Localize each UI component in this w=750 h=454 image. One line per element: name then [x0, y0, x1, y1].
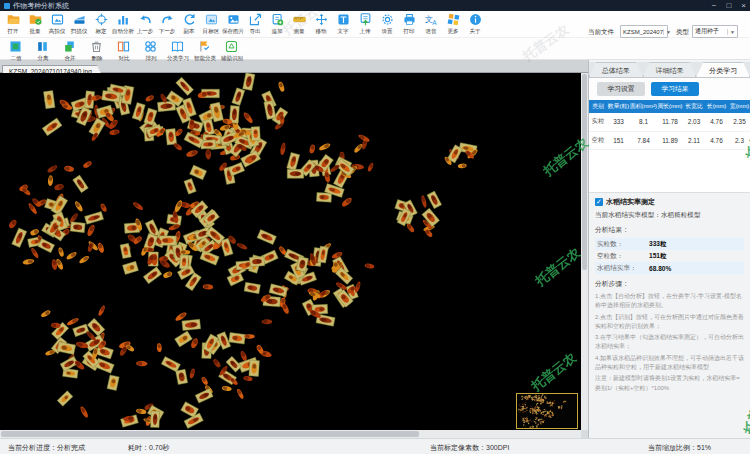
toolbar-button-label: 批量 [29, 27, 40, 35]
close-button[interactable]: × [741, 0, 746, 11]
toolbar-button-print[interactable]: 打印 [398, 11, 420, 37]
more-icon [447, 13, 460, 26]
result-row: 水稻结实率：68.80% [595, 262, 744, 274]
window-title: 作物考种分析系统 [13, 1, 69, 11]
doc-camera-icon [51, 13, 64, 26]
toolbar-button-more[interactable]: 更多 [442, 11, 464, 37]
analysis-image[interactable] [0, 73, 581, 430]
svg-text:A: A [432, 19, 437, 26]
chevron-down-icon: ▼ [663, 29, 671, 35]
toolbar-button-label: 合并 [64, 54, 75, 62]
toolbar-button-measure[interactable]: 测量 [288, 11, 310, 37]
settings-icon [381, 13, 394, 26]
chevron-down-icon: ▼ [727, 29, 735, 35]
toolbar-button-target-area[interactable]: 目标区 [200, 11, 222, 37]
move-icon [315, 13, 328, 26]
toolbar-button-classify-learn[interactable]: 分类学习 [164, 38, 191, 59]
steps-note: 注意：新建模型时请将类别1设置为实粒，水稻结实率=类别1/（实粒+空粒）*100… [595, 374, 744, 393]
voice-icon: 文A [425, 13, 438, 26]
toolbar-button-label: 上一步 [137, 27, 154, 35]
table-cell: 2.35 [728, 113, 750, 131]
analysis-step: 2.点击【识别】按钮，可在分析图片中通过对应颜色查看实粒和空粒的识别效果； [595, 313, 744, 332]
tab-详细结果[interactable]: 详细结果 [643, 62, 697, 77]
toolbar-button-batch[interactable]: 批量 [24, 11, 46, 37]
toolbar-button-save-image[interactable]: 保存图片 [222, 11, 244, 37]
toolbar-button-voice[interactable]: 文A语音 [420, 11, 442, 37]
toolbar-button-assist-recognize[interactable]: 辅助识别 [218, 38, 245, 59]
toolbar-button-separate[interactable]: 分离 [29, 38, 56, 59]
table-header-cell: 周长(mm) [657, 100, 683, 113]
image-tab-strip: KZSM_20240710174940.jpg [0, 60, 588, 73]
toolbar-button-calibrate[interactable]: 标定 [90, 11, 112, 37]
toolbar-button-arrange[interactable]: 排列 [137, 38, 164, 59]
toolbar-button-label: 副本 [183, 27, 194, 35]
horizontal-scrollbar[interactable] [0, 430, 581, 438]
toolbar-button-append[interactable]: 追加 [266, 11, 288, 37]
toolbar-button-label: 更多 [447, 27, 458, 35]
toolbar-button-copy[interactable]: 副本 [178, 11, 200, 37]
table-cell: 2.11 [683, 131, 705, 149]
toolbar-button-doc-camera[interactable]: 高拍仪 [46, 11, 68, 37]
current-file-select[interactable]: KZSM_202407▼ [620, 25, 668, 38]
toolbar-button-label: 排列 [145, 54, 156, 62]
toolbar-button-compare[interactable]: 对比 [110, 38, 137, 59]
toolbar-button-label: 分类学习 [166, 54, 188, 62]
results-panel: 总体结果详细结果分类学习 学习设置学习结果 类别数量(粒)面积(mm²)周长(m… [588, 60, 750, 438]
toolbar-button-move[interactable]: 移动 [310, 11, 332, 37]
toolbar-button-scanner[interactable]: 扫描仪 [68, 11, 90, 37]
table-header-cell: 宽(mm) [728, 100, 750, 113]
status-progress: 当前分析进度：分析完成 [8, 443, 85, 453]
toolbar-button-settings[interactable]: 设置 [376, 11, 398, 37]
results-table-wrap: 类别数量(粒)面积(mm²)周长(mm)长宽比长(mm)宽(mm) 实粒3338… [589, 100, 750, 192]
toolbar-button-smart-classify[interactable]: 智能分类 [191, 38, 218, 59]
toolbar-button-label: 目标区 [203, 27, 220, 35]
save-image-icon [227, 13, 240, 26]
table-header-cell: 长宽比 [683, 100, 705, 113]
toolbar-button-label: 文字 [337, 27, 348, 35]
learn-settings-button[interactable]: 学习设置 [597, 82, 645, 96]
toolbar-button-auto-analyze[interactable]: 自动分析 [112, 11, 134, 37]
analysis-step: 4.如果该水稻品种识别效果不理想，可手动筛选出若干该品种实粒和空粒，用于新建水稻… [595, 354, 744, 373]
image-viewer: KZSM_20240710174940.jpg 托普云农 托普云农 托普云农 [0, 60, 588, 438]
toolbar-button-upload[interactable]: 上传 [354, 11, 376, 37]
target-area-icon [205, 13, 218, 26]
table-row[interactable]: 实粒3338.111.782.034.762.35 [589, 113, 750, 131]
calibrate-icon [95, 13, 108, 26]
toolbar-button-binary[interactable]: 二值 [2, 38, 29, 59]
toolbar-button-label: 对比 [118, 54, 129, 62]
toolbar-button-undo[interactable]: 上一步 [134, 11, 156, 37]
maximize-button[interactable]: □ [726, 0, 731, 11]
table-row[interactable]: 空粒1517.8411.892.114.762.3 [589, 131, 750, 149]
vertical-scrollbar[interactable] [581, 73, 588, 430]
toolbar-button-label: 下一步 [159, 27, 176, 35]
toolbar-button-merge[interactable]: 合并 [56, 38, 83, 59]
tab-总体结果[interactable]: 总体结果 [589, 62, 643, 77]
current-file-label: 当前文件 [588, 28, 614, 37]
table-cell: 11.78 [657, 113, 683, 131]
app-logo-icon [4, 3, 10, 9]
toolbar-button-label: 关于 [469, 27, 480, 35]
rice-rate-checkbox[interactable]: ✓ 水稻结实率测定 [595, 197, 744, 207]
table-header-cell: 长(mm) [705, 100, 728, 113]
table-header-cell: 数量(粒) [607, 100, 630, 113]
assist-recognize-icon [225, 40, 238, 53]
tab-分类学习[interactable]: 分类学习 [696, 62, 750, 77]
toolbar-button-open[interactable]: 打开 [2, 11, 24, 37]
learn-results-button[interactable]: 学习结果 [651, 82, 699, 96]
toolbar-button-label: 二值 [10, 54, 21, 62]
minimize-button[interactable]: − [712, 0, 717, 11]
measure-icon [293, 13, 306, 26]
toolbar-button-export[interactable]: 导出 [244, 11, 266, 37]
redo-icon [161, 13, 174, 26]
toolbar-button-redo[interactable]: 下一步 [156, 11, 178, 37]
result-label: 空粒数： [597, 252, 649, 261]
toolbar-button-label: 设置 [381, 27, 392, 35]
seed-type-select[interactable]: 通用种子▼ [692, 25, 738, 38]
status-elapsed: 耗时：0.70秒 [128, 443, 170, 453]
toolbar-button-delete[interactable]: 删除 [83, 38, 110, 59]
seed-type-label: 类型 [676, 28, 689, 37]
open-icon [7, 13, 20, 26]
rice-rate-checkbox-label: 水稻结实率测定 [606, 197, 655, 207]
toolbar-button-about[interactable]: 关于 [464, 11, 486, 37]
toolbar-button-text[interactable]: 文字 [332, 11, 354, 37]
